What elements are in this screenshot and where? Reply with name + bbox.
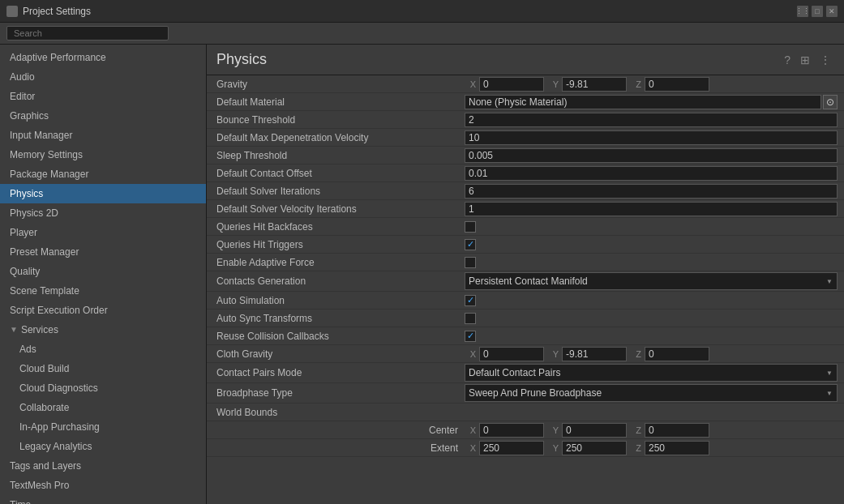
prop-label-extent: Extent (213, 442, 465, 454)
more-options-btn[interactable]: ⋮⋮ (797, 6, 808, 17)
x-input-extent[interactable] (479, 441, 544, 455)
z-label-gravity: Z (630, 79, 641, 89)
z-input-cloth-gravity[interactable] (645, 347, 709, 361)
number-input-default-solver-velocity[interactable] (465, 202, 838, 216)
prop-label-default-solver-iterations: Default Solver Iterations (213, 186, 465, 197)
select-wrapper-broadphase-type: Sweep And Prune BroadphaseMultibox Pruni… (465, 384, 838, 402)
sidebar-item-audio[interactable]: Audio (0, 67, 206, 87)
sidebar-item-textmesh-pro[interactable]: TextMesh Pro (0, 476, 206, 495)
prop-value-broadphase-type: Sweep And Prune BroadphaseMultibox Pruni… (465, 384, 838, 402)
y-input-gravity[interactable] (562, 77, 627, 92)
x-input-gravity[interactable] (479, 77, 544, 92)
xyz-group-cloth-gravity: XYZ (465, 347, 838, 361)
sidebar-label-collaborate: Collaborate (19, 399, 69, 416)
select-contacts-generation[interactable]: Persistent Contact ManifoldLegacy Contac… (465, 272, 838, 290)
sidebar-item-memory-settings[interactable]: Memory Settings (0, 145, 206, 164)
more-btn[interactable]: ⋮ (816, 52, 834, 68)
sidebar-item-player[interactable]: Player (0, 223, 206, 242)
help-btn[interactable]: ? (781, 52, 794, 68)
checkbox-auto-sync-transforms[interactable] (465, 313, 476, 324)
sidebar-item-cloud-build[interactable]: Cloud Build (0, 359, 206, 378)
prop-value-default-contact-offset (465, 166, 838, 181)
prop-label-center: Center (213, 425, 465, 436)
z-input-gravity[interactable] (645, 77, 709, 92)
sidebar-item-legacy-analytics[interactable]: Legacy Analytics (0, 437, 206, 456)
z-input-extent[interactable] (645, 441, 709, 455)
material-picker-btn-default-material[interactable]: ⊙ (823, 95, 838, 109)
sidebar-item-collaborate[interactable]: Collaborate (0, 398, 206, 417)
prop-value-default-solver-velocity (465, 202, 838, 216)
y-input-extent[interactable] (562, 441, 627, 455)
sidebar-item-scene-template[interactable]: Scene Template (0, 281, 206, 301)
number-input-default-max-depenetration[interactable] (465, 130, 838, 145)
number-input-sleep-threshold[interactable] (465, 148, 838, 163)
z-input-center[interactable] (645, 423, 709, 438)
restore-btn[interactable]: □ (812, 6, 823, 17)
y-input-cloth-gravity[interactable] (562, 347, 627, 361)
prop-label-default-material: Default Material (213, 96, 465, 108)
sidebar-item-script-execution-order[interactable]: Script Execution Order (0, 301, 206, 320)
title-bar-controls: ⋮⋮ □ ✕ (797, 6, 838, 17)
sidebar-label-editor: Editor (10, 88, 35, 105)
sidebar-item-quality[interactable]: Quality (0, 262, 206, 281)
checkbox-queries-hit-triggers[interactable] (465, 239, 476, 250)
search-input[interactable] (6, 26, 169, 41)
sidebar-item-preset-manager[interactable]: Preset Manager (0, 242, 206, 262)
prop-label-bounce-threshold: Bounce Threshold (213, 114, 465, 126)
sidebar-label-quality: Quality (10, 263, 40, 280)
sidebar-item-editor[interactable]: Editor (0, 87, 206, 106)
checkbox-enable-adaptive-force[interactable] (465, 257, 476, 268)
sidebar-item-time[interactable]: Time (0, 495, 206, 504)
checkbox-queries-hit-backfaces[interactable] (465, 221, 476, 233)
prop-row-default-material: Default Material⊙ (207, 93, 844, 111)
number-input-bounce-threshold[interactable] (465, 113, 838, 127)
y-label-extent: Y (547, 443, 559, 453)
select-broadphase-type[interactable]: Sweep And Prune BroadphaseMultibox Pruni… (465, 384, 838, 402)
x-label-cloth-gravity: X (465, 349, 476, 359)
prop-value-sleep-threshold (465, 148, 838, 163)
checkbox-reuse-collision-callbacks[interactable] (465, 331, 476, 342)
checkbox-auto-simulation[interactable] (465, 295, 476, 306)
sidebar-item-physics[interactable]: Physics (0, 184, 206, 203)
y-input-center[interactable] (562, 423, 627, 438)
prop-label-sleep-threshold: Sleep Threshold (213, 150, 465, 161)
sidebar-label-package-manager: Package Manager (10, 166, 88, 182)
close-btn[interactable]: ✕ (826, 6, 838, 17)
prop-value-contact-pairs-mode: Default Contact PairsEnable Kinematic Ki… (465, 364, 838, 382)
prop-value-queries-hit-backfaces (465, 221, 838, 233)
prop-label-broadphase-type: Broadphase Type (213, 387, 465, 399)
layout-btn[interactable]: ⊞ (797, 52, 813, 68)
prop-row-queries-hit-backfaces: Queries Hit Backfaces (207, 218, 844, 236)
material-input-default-material[interactable] (465, 95, 821, 109)
number-input-default-contact-offset[interactable] (465, 166, 838, 181)
sidebar-item-package-manager[interactable]: Package Manager (0, 164, 206, 184)
x-label-extent: X (465, 443, 476, 453)
sidebar-item-graphics[interactable]: Graphics (0, 106, 206, 126)
sidebar-item-in-app-purchasing[interactable]: In-App Purchasing (0, 417, 206, 437)
number-input-default-solver-iterations[interactable] (465, 184, 838, 199)
sidebar-item-ads[interactable]: Ads (0, 340, 206, 359)
expand-arrow-services: ▼ (10, 322, 18, 338)
prop-row-world-bounds-center: CenterXYZ (207, 421, 844, 439)
prop-label-auto-sync-transforms: Auto Sync Transforms (213, 313, 465, 324)
sidebar-item-physics-2d[interactable]: Physics 2D (0, 203, 206, 223)
prop-label-default-contact-offset: Default Contact Offset (213, 168, 465, 179)
y-label-center: Y (547, 425, 559, 435)
prop-row-default-solver-iterations: Default Solver Iterations (207, 182, 844, 200)
prop-row-gravity: GravityXYZ (207, 75, 844, 93)
sidebar-item-input-manager[interactable]: Input Manager (0, 126, 206, 145)
prop-value-bounce-threshold (465, 113, 838, 127)
select-wrapper-contacts-generation: Persistent Contact ManifoldLegacy Contac… (465, 272, 838, 290)
prop-row-queries-hit-triggers: Queries Hit Triggers (207, 236, 844, 254)
sidebar-item-services[interactable]: ▼Services (0, 320, 206, 340)
select-contact-pairs-mode[interactable]: Default Contact PairsEnable Kinematic Ki… (465, 364, 838, 382)
sidebar-item-adaptive-performance[interactable]: Adaptive Performance (0, 48, 206, 67)
prop-row-reuse-collision-callbacks: Reuse Collision Callbacks (207, 327, 844, 345)
sidebar-item-tags-and-layers[interactable]: Tags and Layers (0, 456, 206, 476)
prop-value-auto-simulation (465, 295, 838, 306)
header-actions: ? ⊞ ⋮ (781, 52, 834, 68)
sidebar-item-cloud-diagnostics[interactable]: Cloud Diagnostics (0, 378, 206, 398)
prop-value-cloth-gravity: XYZ (465, 347, 838, 361)
x-input-cloth-gravity[interactable] (479, 347, 544, 361)
x-input-center[interactable] (479, 423, 544, 438)
